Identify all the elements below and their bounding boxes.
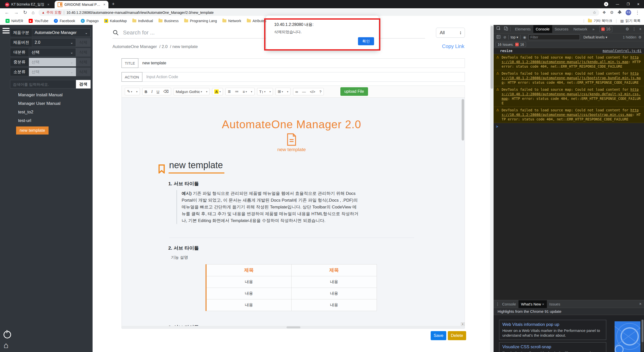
code-view-button[interactable]: </>: [308, 88, 317, 95]
devtools-menu-dots-icon[interactable]: ⋮: [632, 27, 636, 31]
horizontal-rule-button[interactable]: —: [300, 88, 308, 95]
category1-select[interactable]: 선택⌄: [29, 48, 76, 57]
sidebar-item-manager-user-manual[interactable]: Manager User Manual: [0, 99, 93, 108]
copy-link-button[interactable]: Copy Link: [442, 43, 464, 49]
unordered-list-button[interactable]: ≣: [226, 88, 233, 95]
delete-category1-button[interactable]: 삭제: [76, 48, 91, 57]
confirm-button[interactable]: 확인: [358, 37, 374, 45]
console-filter-input[interactable]: [529, 34, 580, 40]
font-more-button[interactable]: ▾: [204, 89, 209, 94]
bookmark-folder-atributes[interactable]: Atributes: [247, 19, 266, 23]
line-height-more-button[interactable]: ▾: [267, 89, 273, 94]
more-tabs-icon[interactable]: »: [590, 25, 597, 33]
devtools-tab-network[interactable]: Network: [571, 25, 590, 33]
scrollbar-thumb[interactable]: [287, 326, 300, 328]
bookmark-folder-network[interactable]: Network: [222, 19, 241, 23]
save-button[interactable]: Save: [431, 331, 446, 340]
category2-select-disabled[interactable]: 선택⌄: [29, 58, 76, 66]
title-input[interactable]: [138, 58, 465, 68]
bookmark-folder-programing-lang[interactable]: Programing Lang: [184, 19, 217, 23]
security-warning-label[interactable]: 주의 요함: [46, 10, 61, 15]
sidebar-item-new-template-active[interactable]: new template: [16, 126, 49, 135]
clear-format-icon[interactable]: ⌫: [161, 88, 171, 95]
delete-category2-button[interactable]: 삭제: [76, 58, 91, 66]
drawer-tab-console[interactable]: Console: [500, 300, 518, 308]
devtools-tab-elements[interactable]: Elements: [512, 25, 533, 33]
issues-counter[interactable]: 16 Issues:×16: [496, 42, 526, 47]
breadcrumb-product[interactable]: AutomateOne Manager: [112, 44, 157, 49]
bold-button[interactable]: B: [143, 88, 149, 95]
bookmark-kakaomap[interactable]: ◉KakaoMap: [104, 19, 127, 23]
bookmark-naver[interactable]: NNAVER: [6, 19, 23, 23]
minimize-icon[interactable]: —: [616, 2, 619, 6]
sidebar-item-test-url[interactable]: test-url: [0, 116, 93, 125]
table-button[interactable]: ⊞▾: [276, 88, 285, 95]
bookmark-papago[interactable]: ●Papago: [81, 19, 99, 23]
address-bar[interactable]: ▲ 주의 요함 | 10.40.1.2:28080/automateone-ma…: [38, 9, 599, 16]
editor-vertical-scrollbar[interactable]: [461, 98, 465, 322]
breadcrumb-page[interactable]: new template: [172, 44, 198, 49]
bookmark-star-icon[interactable]: ☆: [593, 10, 596, 15]
bookmark-facebook[interactable]: fFacebook: [54, 19, 75, 23]
update-arrow-icon[interactable]: ▼: [604, 2, 608, 6]
back-icon[interactable]: ←: [5, 10, 9, 15]
help-button[interactable]: ?: [317, 88, 323, 95]
sidebar-item-test-to2[interactable]: test_to2: [0, 108, 93, 116]
tab-close-icon[interactable]: ×: [47, 3, 49, 7]
device-toolbar-icon[interactable]: [504, 26, 508, 32]
inspect-element-icon[interactable]: [497, 26, 501, 32]
editor-horizontal-scrollbar[interactable]: [122, 326, 465, 329]
power-icon[interactable]: [4, 331, 11, 338]
bookmark-folder-business[interactable]: Business: [158, 19, 179, 23]
bookmark-folder-individual[interactable]: Individual: [132, 19, 153, 23]
link-button[interactable]: ∞: [293, 88, 300, 95]
tab-close-icon[interactable]: ×: [103, 3, 105, 7]
eye-icon[interactable]: ◉: [523, 35, 526, 39]
style-more-button[interactable]: ▾: [134, 89, 140, 94]
delete-version-button[interactable]: 삭제: [76, 38, 91, 47]
new-tab-button[interactable]: +: [112, 2, 115, 7]
breadcrumb-version[interactable]: 2.0: [162, 44, 168, 49]
restore-icon[interactable]: ❐: [627, 2, 630, 6]
drawer-tab-issues[interactable]: Issues: [547, 300, 563, 308]
devtools-settings-gear-icon[interactable]: ⚙: [625, 27, 629, 31]
profile-avatar[interactable]: 국호: [626, 10, 631, 15]
drawer-close-icon[interactable]: ×: [639, 302, 641, 306]
scrollbar-thumb[interactable]: [462, 99, 464, 141]
font-color-button[interactable]: A▾: [212, 88, 223, 95]
version-select[interactable]: 2.0⌄: [32, 38, 76, 47]
search-scope-select[interactable]: All ▴▾: [436, 28, 465, 38]
console-sidebar-icon[interactable]: [497, 35, 500, 39]
category3-select-disabled[interactable]: 선택⌄: [29, 68, 76, 76]
delete-category3-button[interactable]: 삭제: [76, 68, 91, 76]
gear-extension-icon[interactable]: ⚙: [610, 10, 614, 15]
hamburger-menu-icon[interactable]: [3, 28, 10, 35]
editor-content[interactable]: AutomateOne Manager 2.0 new template new…: [122, 98, 465, 326]
forward-icon[interactable]: →: [14, 10, 19, 15]
drawer-scrollbar[interactable]: [641, 320, 643, 351]
bookmark-youtube[interactable]: ▶YouTube: [29, 19, 48, 23]
url-text[interactable]: 10.40.1.2:28080/automateone-manual/manua…: [66, 11, 591, 15]
clear-console-icon[interactable]: ⊘: [503, 35, 506, 39]
paragraph-align-button[interactable]: ≡▾: [241, 88, 249, 95]
console-prompt[interactable]: >: [494, 123, 644, 128]
scrollbar-down-arrow[interactable]: ▼: [461, 322, 465, 326]
reading-list-button[interactable]: ▤읽기 목록: [620, 19, 640, 23]
scrollbar-thumb[interactable]: [491, 26, 493, 89]
drawer-menu-dots-icon[interactable]: ⋮: [496, 302, 500, 306]
tab-close-icon[interactable]: ×: [542, 302, 544, 306]
product-select[interactable]: AutomateOne Manager⌄: [32, 28, 91, 37]
upload-file-button[interactable]: upload File: [340, 87, 368, 96]
home-icon[interactable]: ⌂: [32, 10, 34, 15]
delete-button[interactable]: Delete: [448, 331, 466, 340]
windows-extension-icon[interactable]: ❖: [602, 10, 606, 15]
italic-button[interactable]: I: [149, 88, 154, 95]
console-settings-gear-icon[interactable]: ⚙: [638, 35, 641, 39]
whats-new-link[interactable]: Web Vitals information pop up: [502, 322, 603, 327]
page-scrollbar[interactable]: [490, 25, 494, 352]
devtools-close-icon[interactable]: ×: [639, 27, 641, 31]
home-sidebar-icon[interactable]: ⌂: [4, 342, 11, 348]
security-warning-icon[interactable]: ▲: [42, 11, 45, 14]
table-more-button[interactable]: ▾: [285, 89, 290, 94]
puzzle-extensions-icon[interactable]: [618, 10, 622, 15]
